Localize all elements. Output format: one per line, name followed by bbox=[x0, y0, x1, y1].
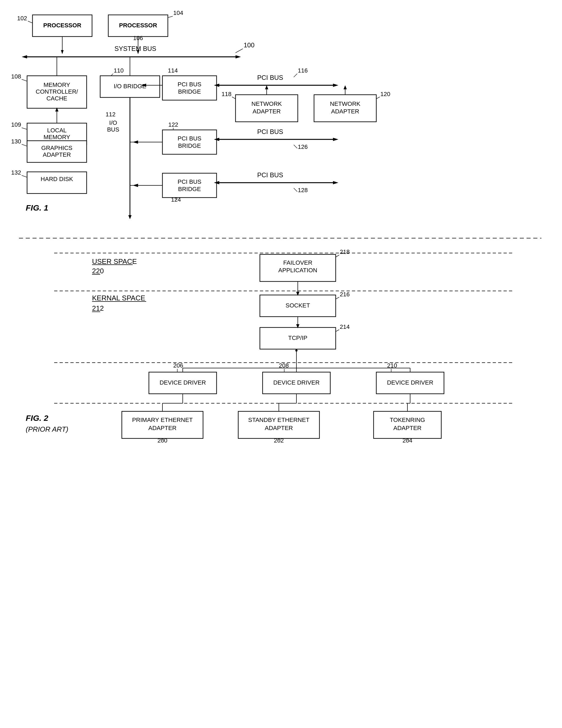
ref-104: 104 bbox=[173, 9, 183, 16]
graphics-label1: GRAPHICS bbox=[41, 145, 73, 151]
device-driver3-label: DEVICE DRIVER bbox=[387, 379, 433, 386]
svg-line-1 bbox=[28, 21, 32, 23]
pci-bridge3-label2: BRIDGE bbox=[178, 186, 201, 192]
svg-marker-25 bbox=[333, 84, 339, 87]
primary-eth-label2: ADAPTER bbox=[148, 425, 176, 431]
standby-eth-label2: ADAPTER bbox=[265, 425, 293, 431]
local-mem-label2: MEMORY bbox=[44, 134, 70, 140]
ref-218: 218 bbox=[340, 248, 350, 255]
graphics-label2: ADAPTER bbox=[43, 151, 71, 158]
pci-bus3-label: PCI BUS bbox=[257, 171, 283, 179]
svg-marker-42 bbox=[133, 140, 138, 144]
svg-point-108 bbox=[296, 349, 298, 352]
net-adapter1-label1: NETWORK bbox=[251, 100, 282, 107]
svg-line-67 bbox=[336, 255, 339, 257]
fig1-label: FIG. 1 bbox=[26, 203, 48, 212]
svg-marker-10 bbox=[235, 55, 241, 58]
user-space-label: USER SPACE bbox=[92, 257, 137, 265]
tokenring-label1: TOKENRING bbox=[390, 417, 425, 423]
svg-marker-5 bbox=[61, 50, 64, 54]
mem-ctrl-label2: CONTROLLER/ bbox=[36, 88, 78, 95]
local-mem-label1: LOCAL bbox=[47, 127, 67, 134]
svg-marker-60 bbox=[128, 215, 131, 219]
socket-label: SOCKET bbox=[286, 302, 310, 309]
io-bus-label1: I/O bbox=[109, 119, 117, 126]
diagram-container: PROCESSOR 102 PROCESSOR 104 106 SYSTEM B… bbox=[0, 0, 562, 728]
svg-rect-57 bbox=[27, 172, 87, 194]
ref-112: 112 bbox=[106, 111, 116, 118]
tokenring-label2: ADAPTER bbox=[393, 425, 422, 431]
failover-label1: FAILOVER bbox=[283, 259, 313, 266]
svg-line-75 bbox=[336, 330, 339, 332]
pci-bridge2-label2: BRIDGE bbox=[178, 142, 201, 149]
device-driver1-label: DEVICE DRIVER bbox=[159, 379, 206, 386]
svg-marker-9 bbox=[22, 55, 27, 58]
processor1-label: PROCESSOR bbox=[43, 22, 81, 29]
ref-216: 216 bbox=[340, 291, 350, 298]
net-adapter1-label2: ADAPTER bbox=[252, 108, 281, 115]
ref-109: 109 bbox=[11, 121, 21, 128]
standby-eth-label1: STANDBY ETHERNET bbox=[248, 417, 310, 423]
primary-eth-label1: PRIMARY ETHERNET bbox=[132, 417, 193, 423]
svg-marker-52 bbox=[133, 184, 138, 187]
pci-bridge3-label1: PCI BUS bbox=[177, 178, 201, 185]
svg-line-58 bbox=[22, 175, 27, 177]
svg-marker-33 bbox=[265, 85, 268, 89]
mem-ctrl-label1: MEMORY bbox=[44, 81, 70, 88]
ref-100: 100 bbox=[243, 41, 254, 49]
io-bridge-label: I/O BRIDGE bbox=[114, 83, 146, 90]
ref-118: 118 bbox=[221, 91, 231, 97]
ref-102: 102 bbox=[17, 15, 27, 22]
processor2-label: PROCESSOR bbox=[119, 22, 157, 29]
tcpip-label: TCP/IP bbox=[288, 335, 308, 341]
ref-132: 132 bbox=[11, 169, 21, 176]
pci-bridge1-label2: BRIDGE bbox=[178, 88, 201, 95]
ref-122: 122 bbox=[168, 121, 178, 128]
svg-marker-44 bbox=[333, 138, 339, 141]
system-bus-label: SYSTEM BUS bbox=[114, 45, 156, 52]
fig2-label: FIG. 2 bbox=[26, 414, 48, 422]
svg-line-11 bbox=[235, 49, 243, 53]
svg-line-56 bbox=[294, 188, 297, 192]
hard-disk-label1: HARD DISK bbox=[41, 176, 73, 182]
svg-marker-37 bbox=[344, 85, 347, 89]
svg-line-46 bbox=[294, 145, 297, 148]
svg-line-73 bbox=[336, 297, 339, 299]
ref-110: 110 bbox=[114, 67, 124, 74]
net-adapter2-label2: ADAPTER bbox=[331, 108, 359, 115]
svg-line-48 bbox=[22, 144, 27, 146]
device-driver2-label: DEVICE DRIVER bbox=[273, 379, 320, 386]
pci-bridge2-label1: PCI BUS bbox=[177, 135, 201, 142]
svg-line-3 bbox=[168, 16, 173, 18]
fig2-prior-art: (PRIOR ART) bbox=[26, 425, 68, 433]
ref-128: 128 bbox=[298, 187, 308, 194]
ref-108: 108 bbox=[11, 73, 21, 80]
svg-line-23 bbox=[294, 74, 297, 77]
svg-marker-54 bbox=[333, 181, 339, 184]
ref-130: 130 bbox=[11, 138, 21, 145]
ref-120: 120 bbox=[380, 91, 390, 97]
pci-bridge1-label1: PCI BUS bbox=[177, 81, 201, 88]
svg-line-19 bbox=[22, 128, 27, 129]
ref-206: 206 bbox=[173, 362, 183, 369]
pci-bus1-label: PCI BUS bbox=[257, 74, 283, 81]
svg-line-31 bbox=[232, 97, 235, 99]
svg-line-13 bbox=[22, 79, 27, 81]
net-adapter2-label1: NETWORK bbox=[330, 100, 361, 107]
ref-220: 220 bbox=[92, 267, 104, 275]
ref-126: 126 bbox=[298, 143, 308, 150]
io-bus-label2: BUS bbox=[107, 126, 119, 133]
mem-ctrl-label3: CACHE bbox=[46, 95, 67, 102]
ref-212: 212 bbox=[92, 304, 104, 312]
ref-116: 116 bbox=[298, 67, 308, 74]
ref-114: 114 bbox=[168, 67, 178, 74]
failover-label2: APPLICATION bbox=[278, 267, 317, 274]
kernal-space-label: KERNAL SPACE bbox=[92, 294, 145, 302]
ref-214: 214 bbox=[340, 323, 350, 330]
svg-line-35 bbox=[376, 97, 380, 99]
pci-bus2-label: PCI BUS bbox=[257, 128, 283, 135]
